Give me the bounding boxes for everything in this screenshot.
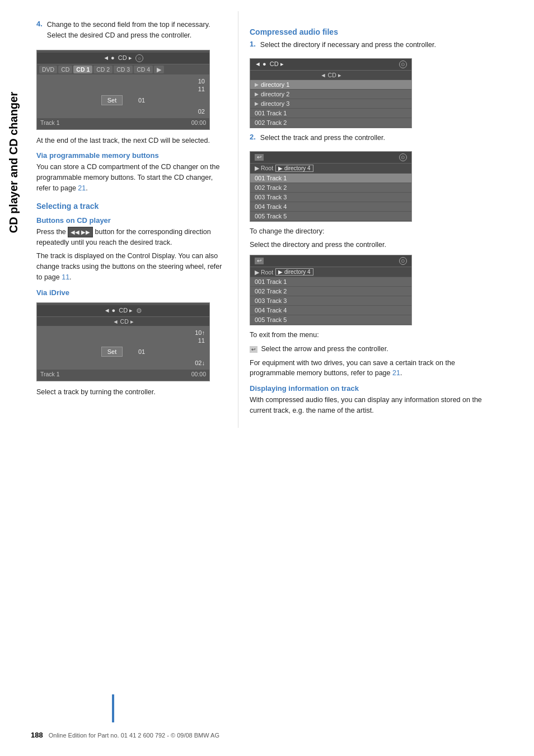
cd-screen-1-tabs: DVD CD CD 1 CD 2 CD 3 CD 4 ▶ [37,64,209,75]
track-screen-2: ↩ ⊙ ▶ Root ▶ directory 4 001 Track 1 002… [250,255,412,325]
prev-next-button: ◀◀ ▶▶ [68,227,93,237]
cd-screen-1-body: 10 11 Set 01 02 [37,75,209,118]
cd-tab-cd4: CD 4 [134,66,153,73]
dir-item-2: ▶ directory 2 [250,90,411,99]
cd-screen2-row-1: 10↑ [41,329,205,337]
cd-screen-1-bottom: Track 1 00:00 [37,118,209,127]
track-screen-1: ↩ ⊙ ▶ Root ▶ directory 4 001 Track 1 002… [250,151,412,222]
cd-screen2-set-button: Set [101,347,123,357]
cd-screen-1-top: ◄ ● CD ▸ ☼ [37,53,209,64]
via-prog-heading: Via programmable memory buttons [36,151,227,160]
exit-menu-text2: ↩ Select the arrow and press the control… [250,344,495,354]
step-4-text: Change to the second field from the top … [47,20,227,41]
cd-tab-cd: CD [58,66,72,73]
cd-set-button: Set [101,95,123,105]
displaying-heading: Displaying information on track [250,384,495,393]
cd-tab-cd1: CD 1 [73,66,92,73]
step-2-number: 2. [250,133,256,147]
track-list-1: 001 Track 1 002 Track 2 003 Track 3 004 … [250,174,411,221]
cd-row-1: 10 [41,77,205,85]
track-screen-1-back-icon: ↩ [255,154,264,161]
footer-text: Online Edition for Part no. 01 41 2 600 … [49,730,219,739]
right-column: Compressed audio files 1. Select the dir… [238,11,507,428]
exit-menu-text1: To exit from the menu: [250,330,495,340]
dir-item-track2: 002 Track 2 [250,118,411,128]
track-item-1-1: 001 Track 1 [250,174,411,183]
dir-screen-1-top: ◄ ● CD ▸ ⊙ [250,59,411,71]
dir-item-1: ▶ directory 1 [250,80,411,90]
left-column: 4. Change to the second field from the t… [31,11,238,428]
change-dir-text1: To change the directory: [250,226,495,237]
cd-screen-2-settings-icon: ⚙ [136,307,142,315]
track-item-1-2: 002 Track 2 [250,183,411,193]
track-item-2-1: 001 Track 1 [250,277,411,287]
cd-screen2-row-2: 11 [41,337,205,344]
cd-screen-1-top-left: ◄ ● CD ▸ [103,54,132,62]
cd-screen-2-top: ◄ ● CD ▸ ⚙ [37,305,209,317]
step-2-text: Select the track and press the controlle… [260,133,385,143]
track-item-1-4: 004 Track 4 [250,202,411,212]
cd-screen2-row-4: 02↓ [41,359,205,367]
track-nav-2: ▶ Root ▶ directory 4 [250,267,411,277]
cd-screen-1: ◄ ● CD ▸ ☼ DVD CD CD 1 CD 2 CD 3 CD 4 ▶ … [36,50,210,130]
displaying-text: With compressed audio files, you can dis… [250,395,495,416]
cd-screen-2-sub: ◄ CD ▸ [37,317,209,326]
change-dir-text2: Select the directory and press the contr… [250,240,495,250]
dir-screen-1: ◄ ● CD ▸ ⊙ ◄ CD ▸ ▶ directory 1 ▶ direct… [250,58,412,128]
after-screen-text: At the end of the last track, the next C… [36,136,227,146]
step-4-number: 4. [36,20,43,44]
cd-screen2-time: 00:00 [191,371,206,377]
via-prog-text: You can store a CD compartment of the CD… [36,162,227,193]
dir-list-1: ▶ directory 1 ▶ directory 2 ▶ directory … [250,80,411,128]
step-4: 4. Change to the second field from the t… [36,20,227,44]
buttons-heading: Buttons on CD player [36,216,227,225]
track-screen-1-top: ↩ ⊙ [250,152,411,164]
ref-link-21a[interactable]: 21 [78,184,86,192]
page-number: 188 [31,730,43,739]
ref-link-11[interactable]: 11 [62,273,69,281]
dir-screen-1-sub: ◄ CD ▸ [250,71,411,80]
cd-tab-cd2: CD 2 [93,66,113,73]
exit-back-icon: ↩ [250,346,257,353]
two-drives-text: For equipment with two drives, you can s… [250,358,495,379]
cd-time: 00:00 [191,119,206,126]
step-1: 1. Select the directory if necessary and… [250,40,495,54]
compressed-heading: Compressed audio files [250,27,495,36]
left-blue-bar [112,694,114,722]
cd-screen-2: ◄ ● CD ▸ ⚙ ◄ CD ▸ 10↑ 11 Set 01 [36,302,210,381]
step-1-number: 1. [250,40,256,54]
cd-tab-next: ▶ [154,66,164,73]
track-item-2-4: 004 Track 4 [250,306,411,315]
ref-link-21b[interactable]: 21 [392,369,400,377]
track-screen-2-info-icon: ⊙ [399,257,407,265]
track-screen-2-top: ↩ ⊙ [250,255,411,267]
cd-screen2-track-label: Track 1 [40,371,60,377]
cd-track-label: Track 1 [40,119,60,126]
step-1-text: Select the directory if necessary and pr… [260,40,436,50]
cd-row-2: 11 [41,85,205,93]
track-screen-1-info-icon: ⊙ [399,153,407,161]
buttons-text2: The track is displayed on the Control Di… [36,251,227,282]
track-item-2-2: 002 Track 2 [250,287,411,296]
track-item-1-5: 005 Track 5 [250,212,411,221]
via-idrive-heading: Via iDrive [36,288,227,297]
dir-item-track1: 001 Track 1 [250,109,411,118]
track-nav-1: ▶ Root ▶ directory 4 [250,164,411,174]
buttons-text: Press the ◀◀ ▶▶ button for the correspon… [36,227,227,248]
track-list-2: 001 Track 1 002 Track 2 003 Track 3 004 … [250,277,411,325]
track-item-2-5: 005 Track 5 [250,315,411,325]
cd-tab-dvd: DVD [39,66,57,73]
cd-screen-2-bottom: Track 1 00:00 [37,369,209,379]
dir-screen-1-info-icon: ⊙ [399,60,407,68]
select-track-text: Select a track by turning the controller… [36,387,227,398]
sidebar-label: CD player and CD changer [0,67,27,258]
selecting-heading: Selecting a track [36,202,227,211]
cd-tab-cd3: CD 3 [114,66,133,73]
cd-screen-1-info-icon: ☼ [135,54,143,62]
cd-screen2-row-set: Set 01 [41,344,205,359]
cd-row-set: Set 01 [41,93,205,108]
track-item-2-3: 003 Track 3 [250,296,411,306]
dir-item-3: ▶ directory 3 [250,99,411,109]
cd-row-4: 02 [41,108,205,115]
cd-screen-2-body: 10↑ 11 Set 01 02↓ [37,326,209,369]
